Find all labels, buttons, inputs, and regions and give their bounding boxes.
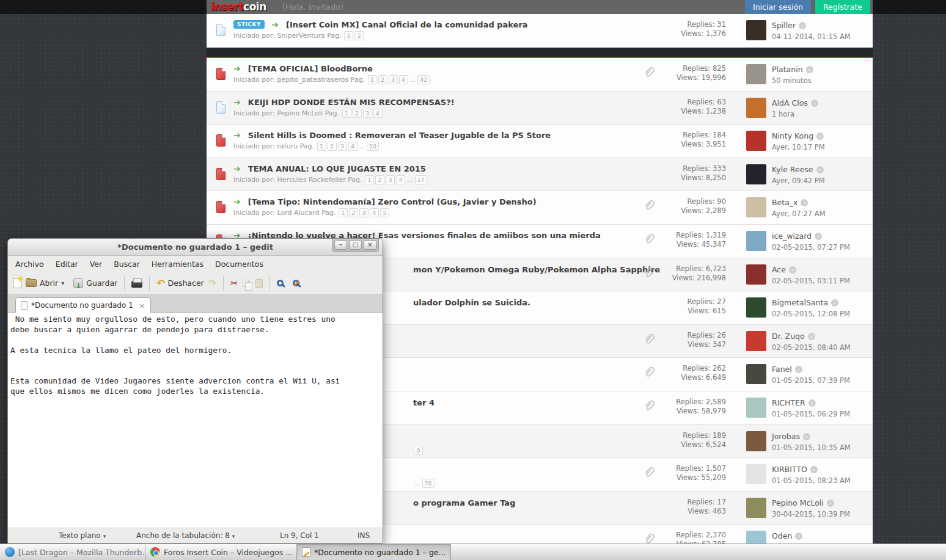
page-number-button[interactable]: 1: [344, 31, 353, 40]
last-poster-link[interactable]: BigmetalSanta: [772, 298, 828, 307]
tab-width-dropdown[interactable]: Ancho de la tabulación: 8▾: [136, 528, 235, 544]
page-number-button[interactable]: 3: [338, 142, 347, 151]
page-number-button[interactable]: 1: [365, 175, 374, 184]
save-button[interactable]: Guardar: [73, 278, 117, 288]
page-number-button[interactable]: 0: [414, 446, 423, 455]
avatar[interactable]: [746, 64, 766, 84]
topic-page-links[interactable]: 1234...42: [367, 76, 431, 84]
language-mode-dropdown[interactable]: Texto plano▾: [59, 528, 106, 544]
page-number-button[interactable]: 1: [368, 75, 377, 84]
page-number-button[interactable]: 2: [353, 109, 362, 118]
page-number-button[interactable]: 4: [396, 175, 405, 184]
goto-last-post-icon[interactable]: ➔: [233, 197, 241, 206]
print-icon[interactable]: [131, 281, 142, 288]
last-post-arrow-icon[interactable]: ›: [816, 133, 824, 140]
avatar[interactable]: [746, 431, 766, 451]
new-document-icon[interactable]: [13, 278, 21, 288]
avatar[interactable]: [746, 364, 766, 384]
topic-page-links[interactable]: 0: [413, 446, 424, 454]
topic-title-link[interactable]: ter 4: [413, 398, 435, 407]
page-number-button[interactable]: 4: [348, 142, 358, 151]
find-replace-icon[interactable]: [293, 280, 299, 286]
topic-title-link[interactable]: mon Y/Pokemon Omega Ruby/Pokemon Alpha S…: [413, 265, 660, 274]
menu-editar[interactable]: Editar: [56, 260, 78, 269]
last-post-arrow-icon[interactable]: ›: [831, 299, 838, 307]
last-poster-link[interactable]: Spiller: [772, 21, 796, 30]
topic-page-links[interactable]: 1234...10: [317, 142, 380, 150]
last-poster-link[interactable]: Jorobas: [772, 432, 800, 441]
page-number-button[interactable]: 3: [359, 208, 369, 217]
last-poster-link[interactable]: ice_wizard: [772, 231, 812, 241]
tab-close-icon[interactable]: ×: [139, 301, 145, 310]
topic-page-links[interactable]: 12345: [338, 209, 390, 217]
topic-page-links[interactable]: 12: [343, 32, 364, 40]
page-number-button[interactable]: 3: [386, 175, 395, 184]
last-post-arrow-icon[interactable]: ›: [795, 366, 802, 373]
avatar[interactable]: [746, 197, 766, 217]
page-number-button[interactable]: 2: [354, 31, 364, 40]
register-button[interactable]: Regístrate: [815, 0, 870, 14]
avatar[interactable]: [746, 464, 766, 484]
page-number-button[interactable]: 1: [342, 109, 351, 118]
last-poster-link[interactable]: Kyle Reese: [772, 165, 813, 174]
last-poster-link[interactable]: Fanel: [772, 365, 792, 374]
page-number-button[interactable]: 17: [415, 175, 427, 184]
minimize-button[interactable]: –: [334, 240, 347, 250]
last-poster-link[interactable]: Beta_x: [772, 198, 798, 207]
last-post-arrow-icon[interactable]: ›: [795, 533, 802, 540]
topic-page-links[interactable]: ...76: [413, 479, 435, 487]
page-number-button[interactable]: 2: [349, 208, 358, 217]
page-number-button[interactable]: 1: [317, 142, 326, 151]
avatar[interactable]: [746, 264, 766, 285]
last-poster-link[interactable]: Ace: [772, 265, 786, 274]
site-logo[interactable]: insertcoin: [211, 0, 266, 14]
last-post-arrow-icon[interactable]: ›: [827, 500, 834, 507]
goto-last-post-icon[interactable]: ➔: [233, 164, 241, 173]
page-number-button[interactable]: 2: [375, 175, 384, 184]
last-post-arrow-icon[interactable]: ›: [815, 233, 822, 240]
menu-ver[interactable]: Ver: [90, 260, 102, 269]
avatar[interactable]: [746, 164, 766, 184]
menu-archivo[interactable]: Archivo: [15, 260, 44, 269]
page-number-button[interactable]: 5: [380, 208, 389, 217]
taskbar-item-gedit[interactable]: *Documento no guardado 1 – ge...: [297, 544, 451, 560]
gedit-titlebar[interactable]: *Documento no guardado 1 – gedit – □ ×: [8, 239, 383, 256]
page-number-button[interactable]: 42: [417, 75, 430, 84]
goto-last-post-icon[interactable]: ➔: [233, 130, 241, 140]
page-number-button[interactable]: 76: [422, 479, 435, 488]
last-post-arrow-icon[interactable]: ›: [803, 433, 810, 440]
cut-icon[interactable]: ✂: [230, 278, 238, 289]
page-number-button[interactable]: 10: [367, 142, 379, 151]
text-editor-area[interactable]: No me siento muy orgulloso de esto, pero…: [8, 313, 383, 528]
menu-documentos[interactable]: Documentos: [215, 260, 263, 269]
avatar[interactable]: [746, 531, 766, 544]
maximize-button[interactable]: □: [349, 240, 362, 250]
find-icon[interactable]: [277, 280, 284, 286]
avatar[interactable]: [746, 498, 766, 518]
document-tab[interactable]: *Documento no guardado 1 ×: [15, 297, 151, 313]
taskbar-item-browser[interactable]: Foros Insert Coin – Videojuegos ...: [145, 544, 297, 560]
page-number-button[interactable]: 2: [378, 75, 387, 84]
last-poster-link[interactable]: KIRBITTO: [772, 465, 807, 474]
menu-herramientas[interactable]: Herramientas: [152, 260, 204, 269]
last-post-arrow-icon[interactable]: ›: [801, 199, 808, 206]
goto-last-post-icon[interactable]: ➔: [233, 97, 241, 107]
avatar[interactable]: [746, 98, 766, 118]
last-poster-link[interactable]: Platanin: [772, 65, 803, 74]
avatar[interactable]: [746, 398, 766, 418]
last-post-arrow-icon[interactable]: ›: [806, 66, 813, 73]
last-post-arrow-icon[interactable]: ›: [789, 266, 796, 274]
undo-button[interactable]: ↶ Deshacer: [156, 278, 204, 288]
last-post-arrow-icon[interactable]: ›: [816, 166, 824, 173]
topic-title-link[interactable]: o programa Gamer Tag: [413, 498, 515, 507]
login-button[interactable]: Iniciar sesión: [745, 0, 811, 14]
page-number-button[interactable]: 4: [370, 208, 379, 217]
topic-title-link[interactable]: Silent Hills is Doomed : Removeran el Te…: [248, 131, 551, 140]
avatar[interactable]: [746, 20, 766, 40]
last-post-arrow-icon[interactable]: ›: [810, 466, 818, 473]
avatar[interactable]: [746, 131, 766, 151]
topic-page-links[interactable]: 1234...17: [364, 176, 428, 184]
last-poster-link[interactable]: Pepino McLoli: [772, 498, 824, 507]
page-number-button[interactable]: 4: [373, 109, 383, 118]
topic-page-links[interactable]: 1234: [342, 109, 383, 117]
